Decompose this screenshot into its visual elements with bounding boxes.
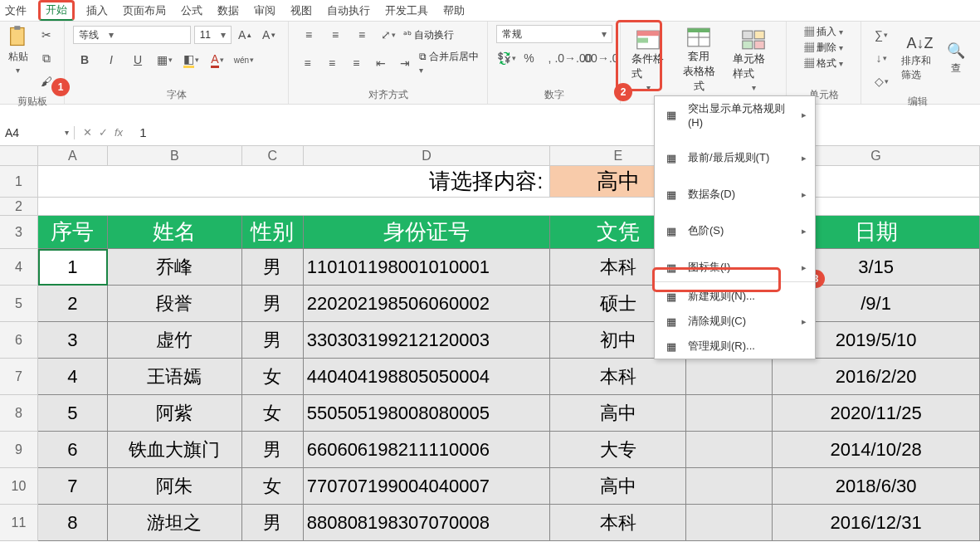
cfmenu-databars[interactable]: ▦数据条(D)▸	[655, 182, 815, 207]
row-header[interactable]: 11	[0, 505, 38, 541]
cfmenu-highlight[interactable]: ▦突出显示单元格规则(H)▸	[655, 96, 815, 134]
cell-id[interactable]: 880808198307070008	[304, 505, 551, 541]
cell-sex[interactable]: 男	[242, 322, 304, 359]
conditional-format-button[interactable]: 条件格式 ▾	[629, 27, 668, 95]
menu-home[interactable]: 开始	[38, 0, 75, 21]
cell-id[interactable]: 330303199212120003	[304, 322, 551, 359]
cell-date[interactable]: 2018/6/30	[773, 468, 980, 505]
cell-seq[interactable]: 7	[38, 468, 108, 505]
cell-sex[interactable]: 男	[242, 286, 304, 322]
autosum-icon[interactable]: ∑▾	[870, 25, 893, 45]
orientation-icon[interactable]: ⤢▾	[377, 25, 400, 45]
increase-font-icon[interactable]: A▲	[235, 25, 256, 45]
cfmenu-newrule[interactable]: ▦新建规则(N)...	[655, 284, 815, 309]
cell-date[interactable]: 2016/12/31	[773, 505, 980, 541]
menu-review[interactable]: 审阅	[254, 3, 275, 18]
font-name-combo[interactable]: 等线▾	[73, 26, 191, 44]
header-sex[interactable]: 性别	[242, 216, 304, 249]
fill-color-button[interactable]: ◧▾	[179, 50, 202, 70]
align-right-icon[interactable]: ≡	[346, 53, 367, 73]
header-name[interactable]: 姓名	[108, 216, 242, 249]
row-header[interactable]: 6	[0, 322, 38, 359]
indent-left-icon[interactable]: ⇤	[370, 53, 391, 73]
cell-styles-button[interactable]: 单元格样式 ▾	[730, 27, 778, 95]
header-seq[interactable]: 序号	[38, 216, 108, 249]
name-box[interactable]: A4▾	[0, 126, 75, 139]
italic-button[interactable]: I	[100, 50, 123, 70]
cfmenu-iconsets[interactable]: ▦图标集(I)▸	[655, 255, 815, 280]
cell[interactable]	[38, 198, 980, 216]
cancel-fx-icon[interactable]: ✕	[83, 126, 92, 139]
decrease-font-icon[interactable]: A▼	[259, 25, 280, 45]
cell-id[interactable]: 770707199004040007	[304, 468, 551, 505]
cell-sex[interactable]: 男	[242, 505, 304, 541]
header-id[interactable]: 身份证号	[304, 216, 551, 249]
border-button[interactable]: ▦▾	[153, 50, 176, 70]
cell-seq[interactable]: 3	[38, 322, 108, 359]
col-header-C[interactable]: C	[242, 146, 304, 166]
cell-edu[interactable]: 大专	[550, 432, 686, 468]
number-format-combo[interactable]: 常规▾	[496, 25, 612, 43]
cell-id[interactable]: 550505198008080005	[304, 395, 551, 432]
cfmenu-toprules[interactable]: ▦最前/最后规则(T)▸	[655, 145, 815, 170]
row-header[interactable]: 8	[0, 395, 38, 432]
cell-seq[interactable]: 4	[38, 359, 108, 395]
cell-sex[interactable]: 女	[242, 468, 304, 505]
menu-formulas[interactable]: 公式	[181, 3, 202, 18]
cell-sex[interactable]: 男	[242, 249, 304, 286]
delete-button[interactable]: ▦ 删除 ▾	[804, 41, 844, 55]
cell-seq[interactable]: 8	[38, 505, 108, 541]
cell-id[interactable]: 440404198805050004	[304, 359, 551, 395]
align-bottom-icon[interactable]: ≡	[350, 25, 373, 45]
cell-seq[interactable]: 2	[38, 286, 108, 322]
col-header-A[interactable]: A	[38, 146, 108, 166]
cell-blank[interactable]	[686, 432, 773, 468]
cell-blank[interactable]	[686, 395, 773, 432]
table-format-button[interactable]: 套用 表格格式	[680, 25, 719, 96]
paste-button[interactable]: 粘贴 ▾	[7, 25, 30, 75]
cell-sex[interactable]: 女	[242, 395, 304, 432]
accounting-format-icon[interactable]: 💱▾	[496, 48, 517, 68]
align-middle-icon[interactable]: ≡	[324, 25, 347, 45]
menu-pagelayout[interactable]: 页面布局	[123, 3, 166, 18]
cut-icon[interactable]: ✂	[35, 25, 58, 45]
fx-icon[interactable]: fx	[115, 126, 123, 139]
cfmenu-clear[interactable]: ▦清除规则(C)▸	[655, 309, 815, 334]
sort-filter-button[interactable]: A↓Z 排序和筛选	[901, 35, 939, 82]
decrease-decimal-icon[interactable]: .00→.0	[588, 48, 612, 68]
cell-name[interactable]: 乔峰	[108, 249, 242, 286]
cell-seq[interactable]: 1	[38, 249, 108, 286]
cell-seq[interactable]: 6	[38, 432, 108, 468]
phonetic-button[interactable]: wén▾	[232, 50, 256, 70]
cell-seq[interactable]: 5	[38, 395, 108, 432]
cell-edu[interactable]: 本科	[550, 359, 686, 395]
menu-data[interactable]: 数据	[217, 3, 239, 18]
row-header[interactable]: 3	[0, 216, 38, 249]
align-center-icon[interactable]: ≡	[321, 53, 342, 73]
cell-name[interactable]: 段誉	[108, 286, 242, 322]
select-all-corner[interactable]	[0, 146, 38, 166]
row-header[interactable]: 10	[0, 468, 38, 505]
confirm-fx-icon[interactable]: ✓	[99, 126, 108, 139]
cell-name[interactable]: 游坦之	[108, 505, 242, 541]
cell-id[interactable]: 660606198211110006	[304, 432, 551, 468]
spreadsheet-grid[interactable]: A B C D E F G 1 请选择内容: 高中 2 3 序号 姓名 性别 身…	[0, 146, 980, 541]
cell-name[interactable]: 王语嫣	[108, 359, 242, 395]
col-header-D[interactable]: D	[304, 146, 551, 166]
row-header[interactable]: 2	[0, 198, 38, 216]
cell-blank[interactable]	[686, 505, 773, 541]
menu-help[interactable]: 帮助	[443, 3, 465, 18]
cfmenu-colorscales[interactable]: ▦色阶(S)▸	[655, 218, 815, 243]
row-header[interactable]: 1	[0, 166, 38, 198]
cell-date[interactable]: 2016/2/20	[773, 359, 980, 395]
cell-date[interactable]: 2014/10/28	[773, 432, 980, 468]
cell-sex[interactable]: 男	[242, 432, 304, 468]
align-left-icon[interactable]: ≡	[297, 53, 318, 73]
cell-blank[interactable]	[686, 359, 773, 395]
cell-name[interactable]: 虚竹	[108, 322, 242, 359]
row-header[interactable]: 5	[0, 286, 38, 322]
row-header[interactable]: 7	[0, 359, 38, 395]
menu-insert[interactable]: 插入	[86, 3, 108, 18]
cell-name[interactable]: 阿紫	[108, 395, 242, 432]
cell-name[interactable]: 铁血大旗门	[108, 432, 242, 468]
